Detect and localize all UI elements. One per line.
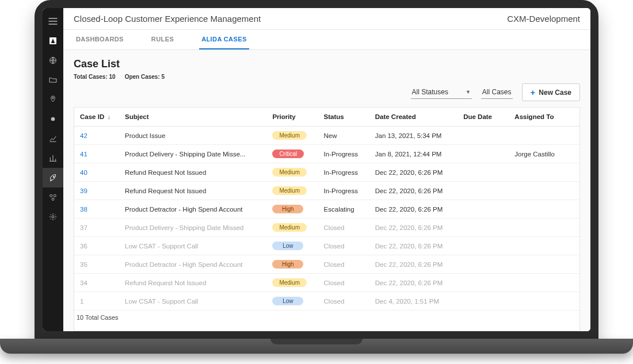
col-subject[interactable]: Subject	[119, 108, 266, 127]
open-cases-label: Open Cases: 5	[125, 74, 165, 80]
case-table-wrapper[interactable]: Case ID ↓ Subject Priority Status Date C…	[74, 107, 580, 331]
case-id-link[interactable]: 37	[80, 224, 87, 231]
cell-due-date	[457, 182, 509, 200]
table-row[interactable]: 37Product Delivery - Shipping Date Misse…	[74, 219, 579, 237]
col-date-created[interactable]: Date Created	[369, 108, 457, 127]
tab-rules[interactable]: RULES	[149, 30, 176, 49]
priority-pill: Medium	[272, 131, 307, 140]
cell-due-date	[457, 163, 509, 182]
cell-subject: Low CSAT - Support Call	[119, 292, 266, 311]
table-row[interactable]: 1Low CSAT - Support CallLowClosedDec 4, …	[74, 292, 579, 311]
app-title: Closed-Loop Customer Experience Manageme…	[74, 14, 261, 24]
cell-subject: Refund Request Not Issued	[119, 274, 266, 292]
cell-status: Closed	[318, 219, 369, 237]
new-case-button[interactable]: + New Case	[522, 83, 580, 101]
svg-point-8	[50, 194, 52, 197]
cell-subject: Product Delivery - Shipping Date Missed	[119, 219, 266, 237]
table-row[interactable]: 39Refund Request Not IssuedMediumIn-Prog…	[74, 182, 579, 200]
cell-status: Closed	[318, 274, 369, 292]
cluster-icon[interactable]	[43, 187, 63, 207]
case-id-link[interactable]: 1	[80, 298, 83, 305]
cell-status: In-Progress	[318, 145, 369, 163]
cell-due-date	[457, 145, 509, 163]
dot-icon[interactable]	[43, 109, 63, 129]
cell-status: Escalating	[318, 200, 369, 219]
svg-point-5	[52, 97, 54, 99]
priority-pill: Medium	[272, 278, 307, 287]
cell-date-created: Dec 22, 2020, 6:26 PM	[369, 200, 457, 219]
cell-status: Closed	[318, 292, 369, 311]
table-row[interactable]: 35Product Detractor - High Spend Account…	[74, 255, 579, 274]
scope-filter-dropdown[interactable]: All Cases	[481, 86, 513, 99]
case-id-link[interactable]: 41	[80, 151, 87, 158]
priority-pill: High	[272, 205, 303, 213]
table-row[interactable]: 40Refund Request Not IssuedMediumIn-Prog…	[74, 163, 579, 182]
laptop-base	[0, 339, 633, 354]
globe-icon[interactable]	[43, 51, 63, 70]
priority-pill: Critical	[272, 150, 304, 158]
cell-status: Closed	[318, 255, 369, 274]
logo-icon[interactable]	[43, 31, 63, 51]
folder-icon[interactable]	[43, 70, 63, 90]
tab-dashboards[interactable]: DASHBOARDS	[74, 30, 126, 49]
svg-point-6	[51, 117, 55, 121]
menu-icon[interactable]	[43, 12, 63, 31]
case-id-link[interactable]: 34	[80, 279, 87, 286]
svg-point-11	[52, 216, 54, 218]
cell-due-date	[457, 219, 509, 237]
case-counts: Total Cases: 10 Open Cases: 5	[74, 74, 580, 80]
cell-subject: Product Detractor - High Spend Account	[119, 255, 266, 274]
table-row[interactable]: 36Low CSAT - Support CallLowClosedDec 22…	[74, 237, 579, 255]
environment-label: CXM-Development	[507, 14, 580, 24]
cell-status: In-Progress	[318, 163, 369, 182]
cell-assigned-to	[509, 274, 579, 292]
filter-controls: All Statuses ▼ All Cases + New Case	[74, 83, 580, 101]
case-id-link[interactable]: 35	[80, 261, 87, 268]
cell-subject: Product Issue	[119, 127, 266, 145]
cell-date-created: Dec 4, 2020, 1:51 PM	[369, 292, 457, 311]
cell-due-date	[457, 237, 509, 255]
case-table: Case ID ↓ Subject Priority Status Date C…	[74, 108, 579, 311]
chart-bar-icon[interactable]	[43, 148, 63, 168]
col-assigned-to[interactable]: Assigned To	[509, 108, 579, 127]
cell-date-created: Jan 13, 2021, 5:34 PM	[369, 127, 457, 145]
cell-subject: Product Detractor - High Spend Account	[119, 200, 266, 219]
cell-status: In-Progress	[318, 182, 369, 200]
chart-line-icon[interactable]	[43, 129, 63, 148]
svg-point-10	[52, 198, 54, 200]
cell-assigned-to	[509, 292, 579, 311]
rocket-icon[interactable]	[43, 168, 63, 187]
cell-subject: Refund Request Not Issued	[119, 182, 266, 200]
cell-date-created: Dec 22, 2020, 6:26 PM	[369, 219, 457, 237]
case-id-link[interactable]: 39	[80, 187, 87, 194]
table-row[interactable]: 34Refund Request Not IssuedMediumClosedD…	[74, 274, 579, 292]
cell-date-created: Dec 22, 2020, 6:26 PM	[369, 255, 457, 274]
svg-point-9	[54, 194, 56, 197]
case-id-link[interactable]: 42	[80, 132, 87, 139]
case-id-link[interactable]: 40	[80, 169, 87, 176]
table-row[interactable]: 38Product Detractor - High Spend Account…	[74, 200, 579, 219]
col-priority[interactable]: Priority	[266, 108, 318, 127]
table-row[interactable]: 41Product Delivery - Shipping Date Misse…	[74, 145, 579, 163]
pin-icon[interactable]	[43, 90, 63, 109]
plus-icon: +	[531, 88, 536, 97]
gear-icon[interactable]	[43, 207, 63, 227]
laptop-frame: Closed-Loop Customer Experience Manageme…	[35, 0, 598, 339]
content: Case List Total Cases: 10 Open Cases: 5 …	[63, 50, 590, 331]
table-row[interactable]: 42Product IssueMediumNewJan 13, 2021, 5:…	[74, 127, 579, 145]
case-id-link[interactable]: 38	[80, 206, 87, 213]
main-area: Closed-Loop Customer Experience Manageme…	[63, 8, 590, 331]
col-status[interactable]: Status	[318, 108, 369, 127]
cell-date-created: Dec 22, 2020, 6:26 PM	[369, 163, 457, 182]
cell-assigned-to	[509, 255, 579, 274]
col-due-date[interactable]: Due Date	[457, 108, 509, 127]
tab-alida-cases[interactable]: ALIDA CASES	[199, 30, 249, 49]
cell-due-date	[457, 255, 509, 274]
new-case-label: New Case	[539, 89, 571, 97]
topbar: Closed-Loop Customer Experience Manageme…	[63, 8, 590, 30]
priority-pill: Low	[272, 242, 303, 250]
col-case-id[interactable]: Case ID ↓	[74, 108, 119, 127]
case-id-link[interactable]: 36	[80, 243, 87, 250]
chevron-down-icon: ▼	[466, 89, 471, 95]
status-filter-dropdown[interactable]: All Statuses ▼	[411, 86, 472, 99]
